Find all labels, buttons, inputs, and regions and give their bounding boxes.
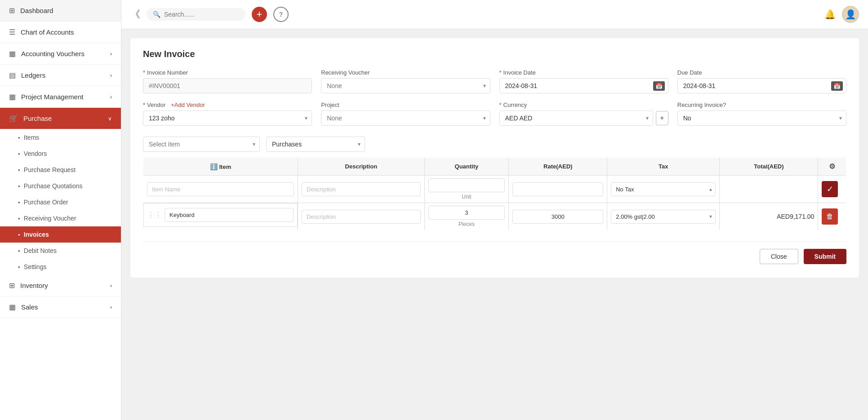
- sidebar-subitem-items[interactable]: ● Items: [0, 129, 121, 146]
- sidebar-item-label: Sales: [21, 303, 38, 311]
- help-button[interactable]: ?: [273, 7, 289, 22]
- due-date-input[interactable]: [677, 78, 846, 93]
- currency-input[interactable]: [499, 111, 653, 126]
- receiving-voucher-select: ▾: [321, 78, 490, 93]
- bullet-icon: ●: [18, 249, 20, 253]
- calendar-icon[interactable]: 📅: [831, 81, 843, 91]
- sidebar-subitem-purchase-order[interactable]: ● Purchase Order: [0, 194, 121, 210]
- project-group: Project ▾: [321, 102, 490, 126]
- sidebar-item-sales[interactable]: ▦ Sales ›: [0, 296, 121, 318]
- sidebar-subitem-label: Settings: [24, 263, 47, 270]
- sidebar-item-purchase[interactable]: 🛒 Purchase ∨: [0, 108, 121, 129]
- currency-group: * Currency ▾ +: [499, 102, 668, 126]
- search-box: 🔍: [147, 8, 245, 21]
- description-input[interactable]: [302, 210, 421, 224]
- submit-button[interactable]: Submit: [804, 249, 846, 264]
- sidebar-subitem-purchase-quotations[interactable]: ● Purchase Quotations: [0, 178, 121, 194]
- vouchers-icon: ▦: [9, 49, 16, 58]
- chart-icon: ☰: [9, 28, 15, 36]
- col-actions: ⚙: [818, 158, 846, 176]
- sidebar-subitem-invoices[interactable]: ● Invoices: [0, 226, 121, 243]
- ledgers-icon: ▤: [9, 71, 16, 80]
- sidebar-subitem-receiving-voucher[interactable]: ● Receiving Voucher: [0, 210, 121, 226]
- invoice-date-input[interactable]: [499, 78, 668, 93]
- bullet-icon: ●: [18, 184, 20, 188]
- recurring-invoice-select: ▾: [677, 111, 846, 126]
- rate-input[interactable]: [512, 210, 603, 224]
- receiving-voucher-input[interactable]: [321, 78, 490, 93]
- recurring-invoice-group: Recurring Invoice? ▾: [677, 102, 846, 126]
- quantity-input[interactable]: [428, 206, 505, 220]
- recurring-invoice-input[interactable]: [677, 111, 846, 126]
- col-description: Description: [298, 158, 425, 176]
- sidebar-item-ledgers[interactable]: ▤ Ledgers ›: [0, 65, 121, 86]
- notification-bell-icon[interactable]: 🔔: [824, 9, 836, 20]
- col-item: ℹ️ Item: [143, 158, 298, 176]
- purchase-icon: 🛒: [9, 114, 18, 123]
- bullet-icon: ●: [18, 200, 20, 204]
- sidebar-subitem-label: Purchase Request: [24, 166, 76, 173]
- receiving-voucher-label: Receiving Voucher: [321, 69, 490, 76]
- tax-input[interactable]: [611, 210, 716, 224]
- add-vendor-link[interactable]: +Add Vendor: [171, 102, 205, 108]
- chevron-right-icon: ›: [110, 72, 112, 79]
- sidebar-item-project-management[interactable]: ▦ Project Management ›: [0, 86, 121, 108]
- due-date-label: Due Date: [677, 69, 846, 76]
- bullet-icon: ●: [18, 136, 20, 140]
- sidebar-item-accounting-vouchers[interactable]: ▦ Accounting Vouchers ›: [0, 43, 121, 65]
- vendor-input[interactable]: [143, 111, 312, 126]
- calendar-icon[interactable]: 📅: [653, 81, 665, 91]
- currency-label: * Currency: [499, 102, 668, 108]
- sidebar-item-chart-of-accounts[interactable]: ☰ Chart of Accounts: [0, 22, 121, 43]
- vendor-group: * Vendor +Add Vendor ▾: [143, 102, 312, 126]
- action-cell: ✓: [818, 176, 846, 203]
- currency-select: ▾: [499, 111, 653, 126]
- col-rate: Rate(AED): [509, 158, 607, 176]
- description-input[interactable]: [302, 182, 421, 196]
- table-row: Unit ▴: [143, 176, 846, 203]
- delete-row-button[interactable]: 🗑: [822, 208, 838, 225]
- category-wrapper: ▾: [266, 137, 365, 152]
- inventory-icon: ⊞: [9, 281, 15, 290]
- gear-icon[interactable]: ⚙: [829, 163, 835, 170]
- close-button[interactable]: Close: [760, 249, 798, 264]
- category-input[interactable]: [266, 137, 365, 152]
- sidebar: ⊞ Dashboard ☰ Chart of Accounts ▦ Accoun…: [0, 0, 121, 420]
- item-name-input[interactable]: [147, 182, 294, 196]
- select-item-input[interactable]: [143, 137, 260, 152]
- sidebar-subitem-settings[interactable]: ● Settings: [0, 259, 121, 275]
- sidebar-subitem-label: Debit Notes: [24, 247, 57, 254]
- sidebar-subitem-purchase-request[interactable]: ● Purchase Request: [0, 162, 121, 178]
- col-total: Total(AED): [720, 158, 818, 176]
- sidebar-subitem-debit-notes[interactable]: ● Debit Notes: [0, 243, 121, 259]
- search-input[interactable]: [164, 11, 236, 18]
- col-tax: Tax: [607, 158, 720, 176]
- action-cell: 🗑: [818, 203, 846, 230]
- sidebar-item-inventory[interactable]: ⊞ Inventory ›: [0, 275, 121, 296]
- sidebar-item-dashboard[interactable]: ⊞ Dashboard: [0, 0, 121, 22]
- header: 《 🔍 + ? 🔔 👤: [121, 0, 868, 29]
- quantity-input[interactable]: [428, 178, 505, 192]
- item-name-input[interactable]: [165, 208, 294, 222]
- sidebar-subitem-vendors[interactable]: ● Vendors: [0, 146, 121, 162]
- total-cell: [720, 176, 818, 203]
- back-button[interactable]: 《: [130, 8, 140, 21]
- sidebar-item-label: Project Management: [21, 93, 83, 101]
- invoice-number-input[interactable]: [143, 78, 312, 93]
- sidebar-subitem-label: Invoices: [24, 231, 49, 238]
- sidebar-subitem-label: Vendors: [24, 150, 47, 157]
- tax-input[interactable]: [611, 182, 716, 196]
- invoice-number-label: * Invoice Number: [143, 69, 312, 76]
- drag-handle-icon[interactable]: ⋮⋮: [147, 211, 162, 219]
- project-input[interactable]: [321, 111, 490, 126]
- bullet-icon: ●: [18, 233, 20, 237]
- rate-input[interactable]: [512, 182, 603, 196]
- tax-cell: ▾: [607, 203, 720, 230]
- row-total: AED9,171.00: [723, 213, 814, 220]
- avatar[interactable]: 👤: [842, 6, 859, 23]
- add-button[interactable]: +: [252, 7, 267, 22]
- table-row: ⋮⋮ Pieces: [143, 203, 846, 230]
- currency-add-button[interactable]: +: [656, 111, 668, 125]
- main-area: 《 🔍 + ? 🔔 👤 New Invoice * Invoice Number: [121, 0, 868, 420]
- confirm-row-button[interactable]: ✓: [822, 181, 838, 197]
